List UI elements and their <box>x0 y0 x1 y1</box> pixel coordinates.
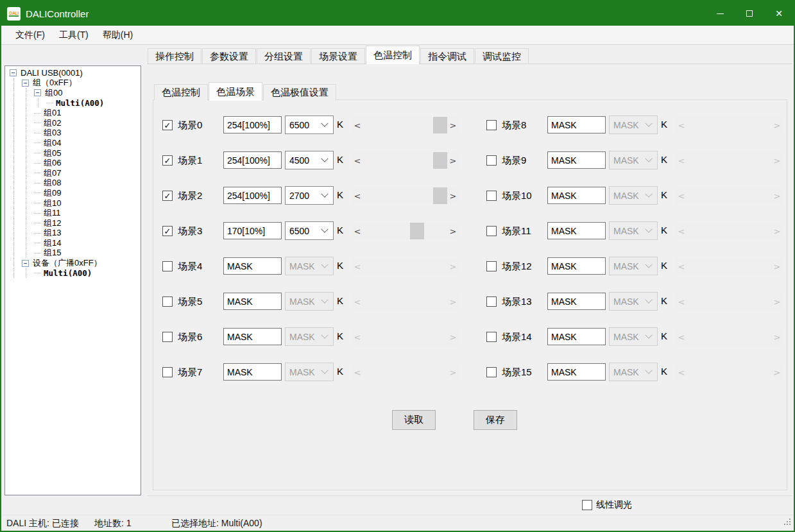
scene-value-input[interactable] <box>223 363 282 381</box>
scroll-track[interactable] <box>687 152 771 169</box>
scroll-track[interactable] <box>363 187 447 204</box>
scroll-track[interactable] <box>687 258 771 275</box>
scroll-left-arrow[interactable]: < <box>352 329 363 345</box>
scene-checkbox[interactable]: ✓ <box>162 261 173 271</box>
scroll-left-arrow[interactable]: < <box>676 329 687 345</box>
tab-色温控制[interactable]: 色温控制 <box>366 46 420 64</box>
menu-item[interactable]: 文件(F) <box>8 26 52 44</box>
scroll-left-arrow[interactable]: < <box>352 187 363 204</box>
scroll-right-arrow[interactable]: > <box>447 364 459 381</box>
scene-value-input[interactable] <box>547 363 606 381</box>
kelvin-dropdown[interactable]: 4500 <box>285 151 334 169</box>
tree-node[interactable]: 组00 <box>8 88 141 98</box>
scroll-right-arrow[interactable]: > <box>771 329 783 345</box>
linear-dimming-checkbox[interactable]: ✓ <box>582 500 592 510</box>
save-button[interactable]: 保存 <box>474 410 517 430</box>
scroll-right-arrow[interactable]: > <box>447 223 459 239</box>
scene-value-input[interactable] <box>223 328 282 345</box>
subtab-色温场景[interactable]: 色温场景 <box>209 82 262 101</box>
scroll-track[interactable] <box>363 223 447 239</box>
scroll-thumb[interactable] <box>433 152 447 169</box>
tree-node[interactable]: 组05 <box>8 148 141 159</box>
scroll-left-arrow[interactable]: < <box>676 152 687 169</box>
tree-node[interactable]: 组14 <box>8 238 141 248</box>
value-scrollbar[interactable]: < > <box>676 152 783 169</box>
scene-checkbox[interactable]: ✓ <box>486 155 497 166</box>
scroll-left-arrow[interactable]: < <box>352 152 363 169</box>
scene-checkbox[interactable]: ✓ <box>486 367 497 377</box>
device-tree[interactable]: DALI USB(0001)组（0xFF）组00Multi(A00)组01组02… <box>4 65 141 495</box>
kelvin-dropdown[interactable]: MASK <box>609 257 658 275</box>
tree-node[interactable]: 组08 <box>8 178 141 189</box>
kelvin-dropdown[interactable]: MASK <box>609 186 658 205</box>
scene-checkbox[interactable]: ✓ <box>162 367 173 377</box>
scene-checkbox[interactable]: ✓ <box>162 155 173 166</box>
value-scrollbar[interactable]: < > <box>352 293 459 310</box>
tree-node[interactable]: DALI USB(0001) <box>8 68 141 78</box>
scroll-left-arrow[interactable]: < <box>352 293 363 310</box>
tree-node[interactable]: 组10 <box>8 198 141 209</box>
kelvin-dropdown[interactable]: MASK <box>609 151 658 169</box>
scroll-thumb[interactable] <box>433 187 447 204</box>
tree-node[interactable]: 组03 <box>8 128 141 139</box>
value-scrollbar[interactable]: < > <box>352 117 459 133</box>
kelvin-dropdown[interactable]: MASK <box>609 116 658 134</box>
tree-node[interactable]: 组（0xFF） <box>8 78 141 89</box>
tree-node[interactable]: 组06 <box>8 158 141 168</box>
kelvin-dropdown[interactable]: MASK <box>285 363 334 381</box>
scene-checkbox[interactable]: ✓ <box>486 332 497 342</box>
maximize-button[interactable] <box>735 1 764 26</box>
value-scrollbar[interactable]: < > <box>676 258 783 275</box>
scroll-thumb[interactable] <box>433 117 447 133</box>
tree-node[interactable]: 组15 <box>8 248 141 259</box>
tree-collapse-icon[interactable] <box>34 89 41 96</box>
scroll-track[interactable] <box>363 258 447 275</box>
scene-value-input[interactable] <box>223 222 282 239</box>
scroll-track[interactable] <box>687 187 771 204</box>
scroll-left-arrow[interactable]: < <box>676 187 687 204</box>
menu-item[interactable]: 帮助(H) <box>96 26 140 44</box>
scene-checkbox[interactable]: ✓ <box>162 296 173 307</box>
tree-collapse-icon[interactable] <box>22 260 29 267</box>
scroll-left-arrow[interactable]: < <box>352 223 363 239</box>
scene-value-input[interactable] <box>547 222 606 239</box>
tree-node[interactable]: 组11 <box>8 208 141 218</box>
tab-参数设置[interactable]: 参数设置 <box>202 48 256 64</box>
value-scrollbar[interactable]: < > <box>352 223 459 239</box>
scroll-right-arrow[interactable]: > <box>447 258 459 275</box>
subtab-色温极值设置[interactable]: 色温极值设置 <box>263 84 336 100</box>
scene-checkbox[interactable]: ✓ <box>162 120 173 130</box>
scroll-left-arrow[interactable]: < <box>676 258 687 275</box>
kelvin-dropdown[interactable]: MASK <box>609 221 658 240</box>
value-scrollbar[interactable]: < > <box>676 364 783 381</box>
scene-checkbox[interactable]: ✓ <box>486 261 497 271</box>
scroll-right-arrow[interactable]: > <box>771 152 783 169</box>
value-scrollbar[interactable]: < > <box>676 117 783 133</box>
tab-调试监控[interactable]: 调试监控 <box>475 48 529 64</box>
scroll-left-arrow[interactable]: < <box>352 364 363 381</box>
tab-指令调试[interactable]: 指令调试 <box>420 48 474 64</box>
kelvin-dropdown[interactable]: 6500 <box>285 221 334 240</box>
scroll-track[interactable] <box>687 223 771 239</box>
scene-value-input[interactable] <box>547 116 606 133</box>
scroll-left-arrow[interactable]: < <box>676 117 687 133</box>
value-scrollbar[interactable]: < > <box>352 152 459 169</box>
tree-node-label[interactable]: Multi(A00) <box>56 98 104 108</box>
value-scrollbar[interactable]: < > <box>676 223 783 239</box>
value-scrollbar[interactable]: < > <box>676 329 783 345</box>
scene-checkbox[interactable]: ✓ <box>486 226 497 236</box>
scroll-track[interactable] <box>363 329 447 345</box>
kelvin-dropdown[interactable]: 6500 <box>285 116 334 134</box>
scroll-right-arrow[interactable]: > <box>447 187 459 204</box>
value-scrollbar[interactable]: < > <box>352 329 459 345</box>
tree-collapse-icon[interactable] <box>10 69 17 76</box>
scene-value-input[interactable] <box>547 151 606 169</box>
tree-node-label[interactable]: Multi(A00) <box>44 268 92 278</box>
scroll-left-arrow[interactable]: < <box>676 293 687 310</box>
close-button[interactable]: ✕ <box>764 1 794 26</box>
scene-value-input[interactable] <box>547 328 606 345</box>
scroll-right-arrow[interactable]: > <box>771 258 783 275</box>
subtab-色温控制[interactable]: 色温控制 <box>154 84 208 100</box>
scroll-left-arrow[interactable]: < <box>676 364 687 381</box>
tree-node[interactable]: 组07 <box>8 168 141 178</box>
